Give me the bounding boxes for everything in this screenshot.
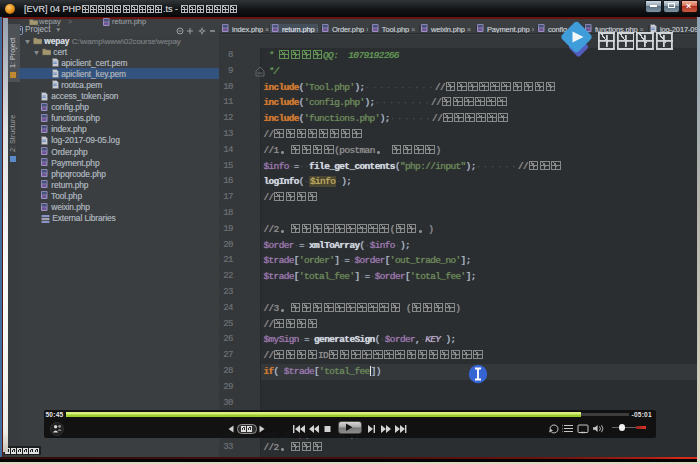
svg-text:1: Project: 1: Project [8, 38, 17, 68]
svg-text:2: Structure: 2: Structure [8, 115, 17, 152]
